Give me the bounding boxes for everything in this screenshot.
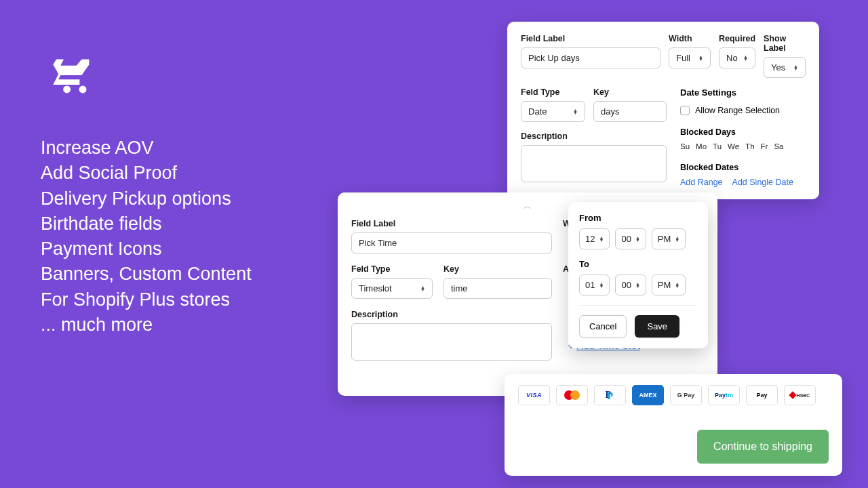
paypal-icon: PP [594,385,626,405]
required-lbl: Required [719,34,755,43]
feature-item: Add Social Proof [41,161,252,186]
feature-item: Birthdate fields [41,211,252,237]
feature-item: ... much more [41,312,252,338]
key-lbl: Key [593,87,667,97]
to-label: To [579,259,697,269]
day-toggle[interactable]: Tu [713,142,722,150]
cancel-button[interactable]: Cancel [579,315,627,338]
field-type-select[interactable]: Date [521,101,585,122]
field-type-select[interactable]: Timeslot [351,278,433,299]
continue-to-shipping-button[interactable]: Continue to shipping [697,430,829,464]
key-lbl: Key [443,264,552,274]
feature-item: Banners, Custom Content [41,262,252,287]
from-ampm-select[interactable]: PM [652,228,686,249]
showlabel-lbl: Show Label [764,34,806,53]
description-lbl: Description [521,131,667,141]
day-toggle[interactable]: Su [680,142,690,150]
field-label-input[interactable]: Pick Up days [521,47,660,68]
allow-range-label: Allow Range Selection [695,106,780,115]
add-single-date-link[interactable]: Add Single Date [732,178,793,187]
feature-item: Delivery Pickup options [41,186,252,211]
svg-point-0 [63,86,71,94]
required-select[interactable]: No [719,47,755,68]
width-lbl: Width [669,34,711,43]
width-select[interactable]: Full [669,47,711,68]
to-minute-select[interactable]: 00 [615,274,646,296]
showlabel-select[interactable]: Yes [764,57,806,78]
date-settings-header: Date Settings [680,87,806,98]
cart-logo-icon [47,46,100,99]
to-hour-select[interactable]: 01 [579,274,610,296]
day-toggle[interactable]: Sa [774,142,783,150]
day-toggle[interactable]: Mo [696,142,707,150]
description-lbl: Description [351,310,552,319]
svg-point-1 [79,86,87,94]
day-toggle[interactable]: Fr [761,142,768,150]
feature-item: Increase AOV [41,136,252,161]
feature-item: For Shopify Plus stores [41,287,252,312]
from-minute-select[interactable]: 00 [615,228,646,249]
paytm-icon: Paytm [708,385,740,405]
allow-range-checkbox[interactable] [680,106,690,115]
field-type-lbl: Feld Type [521,87,585,97]
gpay-icon: G Pay [670,385,702,405]
mastercard-icon [556,385,588,405]
description-input[interactable] [521,145,667,182]
date-field-card: Field Label Pick Up days Width Full Requ… [507,22,819,199]
applepay-icon: Pay [746,385,778,405]
save-button[interactable]: Save [635,315,679,338]
feature-list: Increase AOV Add Social Proof Delivery P… [41,136,252,338]
day-toggle[interactable]: We [728,142,739,150]
key-input[interactable]: time [443,278,552,299]
field-label-lbl: Field Label [521,34,660,43]
to-ampm-select[interactable]: PM [652,274,686,296]
amex-icon: AMEX [632,385,664,405]
blocked-dates-header: Blocked Dates [680,163,806,172]
feature-item: Payment Icons [41,237,252,262]
key-input[interactable]: days [593,101,667,122]
day-toggle[interactable]: Th [745,142,754,150]
field-label-input[interactable]: Pick Time [351,232,552,253]
time-range-popup: From 12 00 PM To 01 00 PM Cancel Save [568,202,708,348]
field-type-lbl: Feld Type [351,264,433,274]
hsbc-icon: HSBC [784,385,816,405]
visa-icon: VISA [518,385,550,405]
from-label: From [579,213,697,223]
payment-card: VISA PP AMEX G Pay Paytm Pay HSBC Contin… [505,374,842,476]
add-range-link[interactable]: Add Range [680,178,723,187]
description-input[interactable] [351,323,552,361]
from-hour-select[interactable]: 12 [579,228,610,249]
app-logo [39,39,107,106]
blocked-days-header: Blocked Days [680,127,806,137]
field-label-lbl: Field Label [351,219,552,228]
